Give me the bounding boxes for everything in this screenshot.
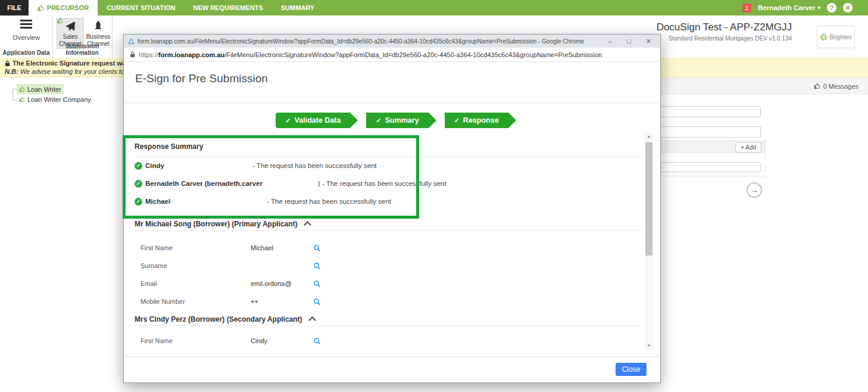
chevron-down-icon: ▾ — [817, 5, 820, 11]
search-icon[interactable] — [313, 298, 321, 306]
recipient-name: Cindy — [145, 162, 164, 169]
topbar-right: Bernadeth Carver ▾ ? ✕ — [742, 0, 868, 15]
overview-label: Overview — [8, 34, 44, 41]
check-icon: ✓ — [376, 117, 381, 124]
maximize-button[interactable]: □ — [627, 35, 631, 48]
chrome-popup-window: form.loanapp.com.au/FileMenu/ElectronicS… — [123, 34, 661, 383]
thumb-up-badge-icon — [57, 18, 63, 26]
brand-logo: Brighten — [817, 26, 855, 48]
field-value: Cindy — [251, 337, 313, 344]
user-menu[interactable]: Bernadeth Carver ▾ — [758, 4, 820, 11]
tree-connector — [13, 89, 17, 89]
close-app-button[interactable]: ✕ — [843, 3, 853, 13]
progress-steps: ✓Validate Data ✓Summary ✓Response — [124, 113, 660, 128]
response-row: ✓ Cindy - The request has been successfu… — [135, 161, 377, 170]
field-row: First Name Michael — [140, 243, 629, 253]
next-arrow-button[interactable]: → — [747, 182, 762, 198]
scroll-down-button[interactable]: ▼ — [645, 342, 653, 350]
tree-item-label: Loan Writer Company — [27, 96, 91, 103]
tree-connector — [13, 100, 17, 101]
ribbon-group-submission-information: Sales Channel Business Channel Submissio… — [52, 15, 113, 58]
section-header-primary-applicant[interactable]: Mr Michael Song (Borrower) (Primary Appl… — [135, 220, 310, 228]
lock-icon — [130, 51, 135, 58]
scrollbar[interactable]: ▲ ▼ — [645, 133, 653, 350]
user-badge-icon — [742, 4, 751, 13]
menu-tab-precursor[interactable]: PRECURSOR — [29, 0, 98, 15]
brand-name: Brighten — [829, 34, 851, 41]
close-window-button[interactable]: ✕ — [646, 35, 651, 48]
close-button[interactable]: Close — [616, 363, 647, 376]
menu-tab-summary[interactable]: SUMMARY — [272, 0, 323, 15]
help-button[interactable]: ? — [827, 3, 836, 13]
step-label: Validate Data — [295, 116, 341, 125]
side-panel-input-3[interactable]: u — [655, 162, 761, 172]
application-subtitle: Standard Residential Mortgages DEV v1.0.… — [657, 35, 792, 42]
url-path: /FileMenu/ElectronicSignatureWindow?appF… — [224, 51, 602, 58]
overview-button[interactable]: Overview — [8, 20, 44, 41]
field-row: Mobile Number ++ — [140, 297, 629, 306]
thumb-up-icon — [814, 83, 820, 89]
party-tree: Loan Writer Loan Writer Company — [10, 84, 140, 104]
tree-item-label: Loan Writer — [27, 86, 61, 93]
check-circle-icon: ✓ — [135, 198, 142, 206]
alert-triangle-icon — [128, 38, 135, 45]
response-row: ✓ Michael - The request has been success… — [135, 197, 391, 206]
arrow-right-icon: → — [751, 186, 758, 195]
section-header-secondary-applicant[interactable]: Mrs Cindy Perz (Borrower) (Secondary App… — [135, 315, 315, 323]
check-icon: ✓ — [454, 117, 460, 124]
field-value: emil.ordona@ — [251, 280, 313, 287]
search-icon[interactable] — [313, 337, 321, 345]
step-label: Summary — [385, 116, 419, 125]
url-scheme: https:// — [139, 51, 158, 58]
recipient-name: Bernadeth Carver (bernadeth.carver — [145, 180, 263, 187]
url-text: https://form.loanapp.com.au/FileMenu/Ele… — [139, 51, 602, 58]
field-label: Mobile Number — [140, 298, 251, 305]
menu-tab-new-requirements[interactable]: NEW REQUIREMENTS — [184, 0, 271, 15]
top-menu-bar: FILE PRECURSOR CURRENT SITUATION NEW REQ… — [0, 0, 868, 15]
brighten-flower-icon — [820, 33, 828, 41]
scrollbar-thumb[interactable] — [645, 142, 652, 256]
lock-icon — [5, 60, 10, 67]
page-title: E-Sign for Pre Submission — [135, 72, 268, 85]
popup-title-bar[interactable]: form.loanapp.com.au/FileMenu/ElectronicS… — [124, 35, 660, 48]
chevron-up-icon — [308, 316, 316, 324]
add-button[interactable]: + Add — [735, 142, 761, 153]
response-message: - The request has been successfully sent — [252, 162, 377, 169]
menu-tab-label: PRECURSOR — [47, 0, 89, 15]
scroll-up-button[interactable]: ▲ — [645, 133, 653, 141]
rocket-icon — [93, 20, 104, 32]
search-icon[interactable] — [313, 262, 321, 270]
url-bar[interactable]: https://form.loanapp.com.au/FileMenu/Ele… — [124, 48, 660, 62]
paper-plane-icon — [64, 20, 76, 32]
tree-item-loan-writer[interactable]: Loan Writer — [17, 84, 64, 94]
tree-connector — [13, 89, 13, 101]
thumb-up-icon — [19, 97, 25, 102]
divider — [124, 356, 660, 357]
messages-count[interactable]: 0 Messages — [823, 83, 858, 90]
divider — [124, 102, 660, 103]
response-summary-title: Response Summary — [135, 142, 203, 151]
hamburger-icon — [20, 20, 32, 29]
tree-item-loan-writer-company[interactable]: Loan Writer Company — [17, 94, 93, 104]
search-icon[interactable] — [313, 280, 321, 288]
user-name-label: Bernadeth Carver — [758, 4, 816, 11]
app-screen: FILE PRECURSOR CURRENT SITUATION NEW REQ… — [0, 0, 868, 392]
field-label: Surname — [140, 262, 251, 269]
menu-tab-current-situation[interactable]: CURRENT SITUATION — [98, 0, 184, 15]
field-row: First Name Cindy — [140, 336, 629, 346]
section-title: Mrs Cindy Perz (Borrower) (Secondary App… — [135, 315, 302, 323]
response-row: ✓ Bernadeth Carver (bernadeth.carver ) -… — [135, 179, 447, 188]
chevron-up-icon — [304, 221, 311, 229]
minimize-button[interactable]: – — [608, 35, 612, 48]
divider — [135, 230, 641, 231]
search-icon[interactable] — [313, 244, 321, 252]
field-label: Email — [140, 280, 251, 287]
field-row: Surname — [140, 261, 629, 270]
thumb-up-icon — [19, 86, 25, 92]
application-title-block: DocuSign Test - APP-Z2MGJJ Standard Resi… — [657, 21, 792, 42]
menu-file-button[interactable]: FILE — [0, 0, 29, 15]
field-label: First Name — [140, 244, 251, 251]
field-value: ++ — [251, 298, 313, 305]
divider — [135, 325, 641, 326]
url-domain: form.loanapp.com.au — [158, 51, 224, 58]
